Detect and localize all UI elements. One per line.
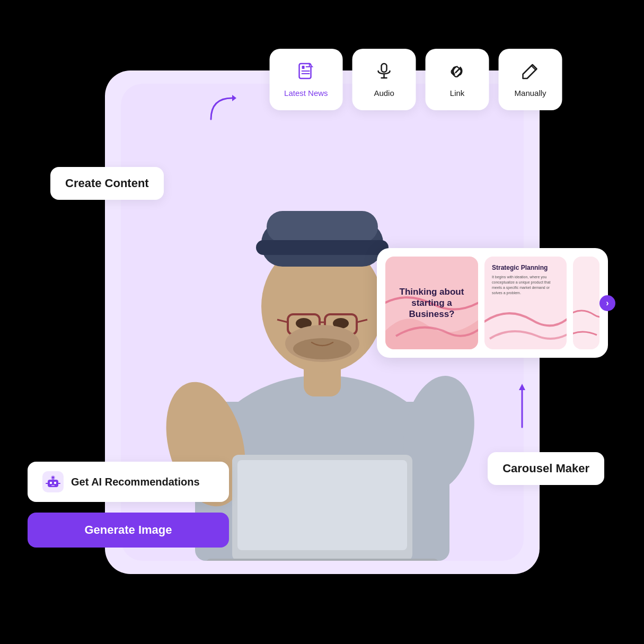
svg-marker-23	[232, 95, 236, 101]
carousel-arrow	[506, 380, 538, 435]
scene: Latest News Audio	[0, 0, 644, 644]
svg-rect-35	[50, 482, 52, 484]
link-label: Link	[450, 89, 465, 98]
svg-rect-25	[302, 66, 304, 69]
top-connector-arrow	[206, 93, 248, 127]
svg-rect-6	[237, 460, 407, 550]
link-icon	[448, 61, 467, 83]
carousel-preview: Thinking about starting a Business? Stra…	[377, 248, 608, 358]
svg-rect-7	[206, 559, 439, 561]
svg-rect-36	[54, 482, 56, 484]
carousel-next-button[interactable]: ›	[599, 295, 615, 311]
carousel-slide-1: Thinking about starting a Business?	[385, 257, 478, 349]
content-type-link[interactable]: Link	[426, 49, 489, 110]
latest-news-label: Latest News	[284, 89, 328, 98]
svg-point-22	[293, 338, 351, 359]
create-content-label: Create Content	[50, 167, 164, 200]
audio-label: Audio	[374, 89, 394, 98]
pencil-icon	[521, 61, 540, 83]
manually-label: Manually	[515, 89, 546, 98]
content-type-audio[interactable]: Audio	[352, 49, 416, 110]
generate-image-button[interactable]: Generate Image	[28, 513, 229, 548]
content-type-manually[interactable]: Manually	[499, 49, 562, 110]
slide1-title: Thinking about starting a Business?	[394, 286, 470, 320]
svg-rect-13	[256, 240, 389, 255]
mic-icon	[375, 61, 394, 83]
svg-point-39	[51, 476, 55, 479]
ai-robot-icon	[42, 471, 64, 492]
svg-rect-12	[267, 211, 378, 243]
ai-recommendations-text: Get AI Recommendations	[71, 476, 200, 488]
slide2-title: Strategic Planning	[492, 264, 559, 271]
slide2-body: It begins with ideation, where you conce…	[492, 275, 559, 295]
svg-rect-29	[382, 64, 387, 72]
news-icon	[296, 61, 315, 83]
svg-marker-33	[519, 384, 525, 390]
content-type-latest-news[interactable]: Latest News	[269, 49, 343, 110]
carousel-slide-3	[573, 257, 599, 349]
carousel-maker-label: Carousel Maker	[488, 452, 604, 485]
svg-rect-37	[51, 485, 55, 486]
ai-recommendations-button[interactable]: Get AI Recommendations	[28, 462, 229, 502]
carousel-slide-2: Strategic Planning It begins with ideati…	[484, 257, 567, 349]
content-types-row: Latest News Audio	[269, 49, 562, 110]
